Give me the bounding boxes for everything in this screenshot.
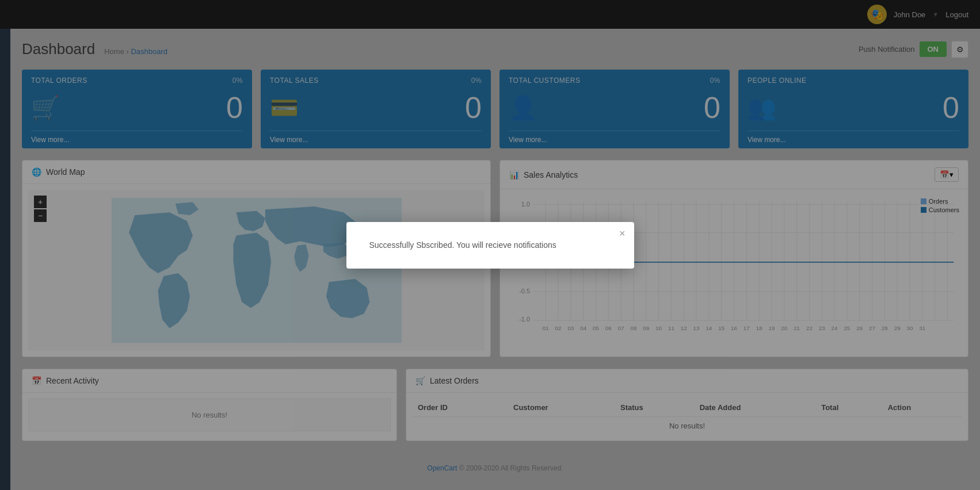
modal-message: Successfully Sbscribed. You will recieve… — [369, 239, 611, 251]
modal-overlay[interactable]: × Successfully Sbscribed. You will recie… — [0, 0, 980, 490]
modal-close-button[interactable]: × — [619, 228, 626, 240]
modal: × Successfully Sbscribed. You will recie… — [346, 222, 634, 269]
